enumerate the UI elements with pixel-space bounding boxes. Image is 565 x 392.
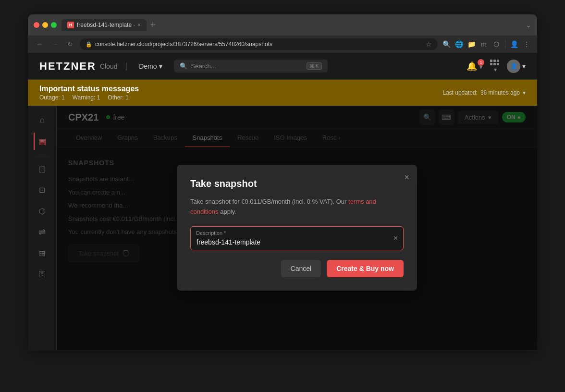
- modal-overlay[interactable]: × Take snapshot Take snapshot for €0.011…: [57, 106, 537, 350]
- main-layout: ⌂ ▤ ◫ ⊡ ⬡ ⇌ ⊞ ⚿ CPX21 free: [28, 106, 537, 350]
- apps-chevron-icon: ▾: [494, 66, 497, 73]
- notifications-button[interactable]: 🔔 1 ▾: [467, 61, 482, 72]
- tab-favicon: H: [67, 22, 74, 28]
- status-right: Last updated: 36 minutes ago ▾: [442, 89, 526, 96]
- bookmark-icon[interactable]: ☆: [426, 40, 432, 48]
- grid-dot: [490, 60, 492, 62]
- minimize-window-button[interactable]: [42, 22, 48, 28]
- project-name: Demo: [139, 62, 157, 70]
- extension-1[interactable]: 🔍: [442, 39, 451, 49]
- modal-desc-suffix: apply.: [220, 208, 236, 215]
- search-shortcut: ⌘ K: [307, 62, 321, 70]
- content-area: CPX21 free 🔍 ⌨ Actions ▾ ON: [57, 106, 537, 350]
- logo-text: HETZNER: [39, 60, 96, 73]
- hetzner-logo: HETZNER Cloud: [39, 60, 117, 73]
- user-profile-icon[interactable]: 👤: [509, 39, 519, 49]
- grid-dot: [497, 63, 499, 65]
- back-button[interactable]: ←: [34, 38, 45, 50]
- modal-close-button[interactable]: ×: [404, 172, 409, 183]
- active-tab[interactable]: H freebsd-141-template · Hetzn... ×: [61, 19, 147, 31]
- browser-window: H freebsd-141-template · Hetzn... × + ⌄ …: [28, 14, 537, 351]
- sidebar-item-keys[interactable]: ⚿: [34, 266, 51, 283]
- modal-actions: Cancel Create & Buy now: [190, 260, 404, 277]
- description-field-group: Description * ×: [190, 226, 404, 250]
- extension-5[interactable]: ⬡: [491, 39, 501, 49]
- status-left: Important status messages Outage: 1 Warn…: [39, 85, 139, 101]
- take-snapshot-modal: × Take snapshot Take snapshot for €0.011…: [177, 165, 417, 291]
- last-updated-time: 36 minutes ago: [480, 89, 520, 96]
- status-chevron-icon: ▾: [523, 89, 526, 96]
- sidebar-item-firewall[interactable]: ⊞: [34, 245, 51, 262]
- modal-title: Take snapshot: [190, 178, 404, 189]
- tab-bar: H freebsd-141-template · Hetzn... × + ⌄: [61, 19, 531, 31]
- extension-4[interactable]: m: [479, 39, 489, 49]
- reload-button[interactable]: ↻: [64, 38, 76, 50]
- sidebar-item-servers[interactable]: ▤: [34, 133, 51, 150]
- last-updated-label: Last updated:: [442, 89, 478, 96]
- status-banner: Important status messages Outage: 1 Warn…: [28, 80, 537, 106]
- close-window-button[interactable]: [34, 22, 39, 28]
- sidebar-item-network[interactable]: ⊡: [34, 181, 51, 198]
- maximize-window-button[interactable]: [51, 22, 57, 28]
- nav-right: 🔔 1 ▾ ▾: [467, 60, 526, 73]
- browser-extensions: 🔍 🌐 📁 m ⬡ 👤 ⋮: [442, 39, 531, 49]
- input-clear-button[interactable]: ×: [393, 234, 398, 243]
- notification-badge: 1: [478, 59, 484, 66]
- sidebar-divider: [35, 155, 49, 155]
- avatar: 👤: [507, 60, 520, 73]
- url-text: console.hetzner.cloud/projects/3873726/s…: [95, 41, 423, 48]
- tab-expand-button[interactable]: ⌄: [526, 21, 531, 29]
- grid-dot: [493, 63, 496, 65]
- modal-desc-prefix: Take snapshot for €0.011/GB/month (incl.…: [190, 198, 346, 205]
- apps-grid-button[interactable]: ▾: [490, 60, 499, 73]
- create-buy-button[interactable]: Create & Buy now: [327, 260, 404, 277]
- description-label: Description *: [196, 230, 226, 236]
- sidebar-item-floating-ip[interactable]: ⬡: [34, 202, 51, 220]
- address-bar[interactable]: 🔒 console.hetzner.cloud/projects/3873726…: [80, 38, 438, 50]
- extension-3[interactable]: 📁: [467, 39, 476, 49]
- user-menu-button[interactable]: 👤 ▾: [507, 60, 526, 73]
- status-details: Outage: 1 Warning: 1 Other: 1: [39, 94, 139, 101]
- sidebar-item-volumes[interactable]: ◫: [34, 160, 51, 177]
- traffic-lights: [34, 22, 57, 28]
- sidebar-item-home[interactable]: ⌂: [34, 111, 51, 129]
- grid-dot: [493, 60, 496, 62]
- other-status: Other: 1: [108, 94, 128, 101]
- user-chevron-icon: ▾: [522, 62, 526, 70]
- search-icon: 🔍: [180, 62, 187, 70]
- browser-menu-button[interactable]: ⋮: [522, 39, 531, 49]
- grid-dot: [497, 60, 499, 62]
- project-chevron-icon: ▾: [159, 62, 162, 70]
- forward-button[interactable]: →: [49, 38, 61, 50]
- browser-titlebar: H freebsd-141-template · Hetzn... × + ⌄: [28, 14, 537, 36]
- new-tab-button[interactable]: +: [148, 20, 158, 30]
- global-search[interactable]: 🔍 Search... ⌘ K: [174, 60, 328, 73]
- search-placeholder: Search...: [191, 62, 216, 70]
- project-selector[interactable]: Demo ▾: [135, 61, 166, 72]
- tab-close-button[interactable]: ×: [137, 22, 141, 28]
- top-nav: HETZNER Cloud | Demo ▾ 🔍 Search... ⌘ K 🔔…: [28, 53, 537, 80]
- sidebar-item-load-balancer[interactable]: ⇌: [34, 223, 51, 241]
- outage-status: Outage: 1: [39, 94, 65, 101]
- toolbar-divider: [505, 40, 505, 49]
- security-icon: 🔒: [86, 41, 92, 48]
- app-content: HETZNER Cloud | Demo ▾ 🔍 Search... ⌘ K 🔔…: [28, 53, 537, 351]
- cancel-button[interactable]: Cancel: [281, 260, 321, 277]
- browser-addressbar: ← → ↻ 🔒 console.hetzner.cloud/projects/3…: [28, 36, 537, 53]
- grid-dot: [490, 63, 492, 65]
- modal-description: Take snapshot for €0.011/GB/month (incl.…: [190, 197, 404, 217]
- tab-title: freebsd-141-template · Hetzn...: [77, 22, 135, 28]
- logo-cloud-text: Cloud: [100, 62, 118, 70]
- sidebar: ⌂ ▤ ◫ ⊡ ⬡ ⇌ ⊞ ⚿: [28, 106, 57, 350]
- warning-status: Warning: 1: [73, 94, 100, 101]
- extension-2[interactable]: 🌐: [454, 39, 464, 49]
- status-title: Important status messages: [39, 85, 139, 93]
- nav-divider: |: [125, 61, 127, 71]
